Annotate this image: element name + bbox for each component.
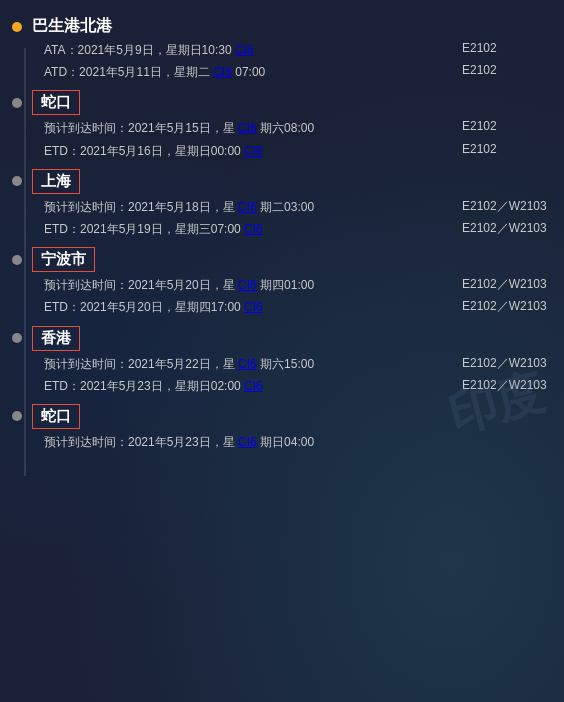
etd-text-shekou1: ETD：2021年5月16日，星期日00:00 CI6 <box>44 142 452 161</box>
eta-row-shekou1: 预计到达时间：2021年5月15日，星 CI6 期六08:00 E2102 <box>44 119 552 138</box>
port-header-shekou1: 蛇口 <box>12 90 552 115</box>
eta-voyage-shekou1: E2102 <box>452 119 552 133</box>
port-entry-shekou2: 蛇口 预计到达时间：2021年5月23日，星 CI6 期日04:00 <box>12 404 552 452</box>
etd-ci6-link-shanghai[interactable]: CI6 <box>244 222 263 236</box>
etd-text-hongkong: ETD：2021年5月23日，星期日02:00 CI6 <box>44 377 452 396</box>
port-name-box-shekou2: 蛇口 <box>32 404 80 429</box>
atd-voyage: E2102 <box>452 63 552 77</box>
eta-ci6-link-hongkong[interactable]: CI6 <box>238 357 257 371</box>
etd-voyage-ningbo: E2102／W2103 <box>452 298 552 315</box>
dot-bsgang <box>12 22 22 32</box>
port-details-shanghai: 预计到达时间：2021年5月18日，星 CI6 期二03:00 E2102／W2… <box>32 198 552 239</box>
eta-row-shekou2: 预计到达时间：2021年5月23日，星 CI6 期日04:00 <box>44 433 552 452</box>
port-name-shanghai: 上海 <box>41 172 71 189</box>
port-header-bsgang: 巴生港北港 <box>12 16 552 37</box>
dot-shekou1 <box>12 98 22 108</box>
ata-row: ATA：2021年5月9日，星期日10:30 CI6 E2102 <box>44 41 552 60</box>
eta-text-shekou2: 预计到达时间：2021年5月23日，星 CI6 期日04:00 <box>44 433 452 452</box>
port-name-shekou2: 蛇口 <box>41 407 71 424</box>
eta-voyage-shanghai: E2102／W2103 <box>452 198 552 215</box>
atd-row: ATD：2021年5月11日，星期二 CI6 07:00 E2102 <box>44 63 552 82</box>
port-header-shanghai: 上海 <box>12 169 552 194</box>
eta-voyage-hongkong: E2102／W2103 <box>452 355 552 372</box>
eta-ci6-link-shekou2[interactable]: CI6 <box>238 435 257 449</box>
eta-row-hongkong: 预计到达时间：2021年5月22日，星 CI6 期六15:00 E2102／W2… <box>44 355 552 374</box>
etd-row-hongkong: ETD：2021年5月23日，星期日02:00 CI6 E2102／W2103 <box>44 377 552 396</box>
etd-row-shanghai: ETD：2021年5月19日，星期三07:00 CI6 E2102／W2103 <box>44 220 552 239</box>
eta-row-shanghai: 预计到达时间：2021年5月18日，星 CI6 期二03:00 E2102／W2… <box>44 198 552 217</box>
port-header-ningbo: 宁波市 <box>12 247 552 272</box>
port-details-bsgang: ATA：2021年5月9日，星期日10:30 CI6 E2102 ATD：202… <box>32 41 552 82</box>
port-entry-ningbo: 宁波市 预计到达时间：2021年5月20日，星 CI6 期四01:00 E210… <box>12 247 552 317</box>
etd-voyage-hongkong: E2102／W2103 <box>452 377 552 394</box>
eta-voyage-ningbo: E2102／W2103 <box>452 276 552 293</box>
port-header-shekou2: 蛇口 <box>12 404 552 429</box>
etd-ci6-link-shekou1[interactable]: CI6 <box>244 144 263 158</box>
dot-hongkong <box>12 333 22 343</box>
eta-row-ningbo: 预计到达时间：2021年5月20日，星 CI6 期四01:00 E2102／W2… <box>44 276 552 295</box>
dot-shekou2 <box>12 411 22 421</box>
port-details-shekou1: 预计到达时间：2021年5月15日，星 CI6 期六08:00 E2102 ET… <box>32 119 552 160</box>
port-name-box-shekou1: 蛇口 <box>32 90 80 115</box>
port-details-shekou2: 预计到达时间：2021年5月23日，星 CI6 期日04:00 <box>32 433 552 452</box>
eta-text-ningbo: 预计到达时间：2021年5月20日，星 CI6 期四01:00 <box>44 276 452 295</box>
port-name-hongkong: 香港 <box>41 329 71 346</box>
ata-ci6-link[interactable]: CI6 <box>235 43 254 57</box>
port-name-bsgang: 巴生港北港 <box>32 16 112 37</box>
dot-shanghai <box>12 176 22 186</box>
etd-row-shekou1: ETD：2021年5月16日，星期日00:00 CI6 E2102 <box>44 142 552 161</box>
port-details-ningbo: 预计到达时间：2021年5月20日，星 CI6 期四01:00 E2102／W2… <box>32 276 552 317</box>
eta-ci6-link-shekou1[interactable]: CI6 <box>238 121 257 135</box>
port-entry-shekou1: 蛇口 预计到达时间：2021年5月15日，星 CI6 期六08:00 E2102… <box>12 90 552 160</box>
eta-text-shanghai: 预计到达时间：2021年5月18日，星 CI6 期二03:00 <box>44 198 452 217</box>
dot-ningbo <box>12 255 22 265</box>
ata-voyage: E2102 <box>452 41 552 55</box>
etd-text-ningbo: ETD：2021年5月20日，星期四17:00 CI6 <box>44 298 452 317</box>
port-name-box-ningbo: 宁波市 <box>32 247 95 272</box>
etd-row-ningbo: ETD：2021年5月20日，星期四17:00 CI6 E2102／W2103 <box>44 298 552 317</box>
port-name-box-hongkong: 香港 <box>32 326 80 351</box>
etd-ci6-link-ningbo[interactable]: CI6 <box>244 300 263 314</box>
eta-ci6-link-ningbo[interactable]: CI6 <box>238 278 257 292</box>
port-name-box-shanghai: 上海 <box>32 169 80 194</box>
port-name-shekou1: 蛇口 <box>41 93 71 110</box>
port-entry-bsgang: 巴生港北港 ATA：2021年5月9日，星期日10:30 CI6 E2102 A… <box>12 16 552 82</box>
eta-ci6-link-shanghai[interactable]: CI6 <box>238 200 257 214</box>
port-entry-shanghai: 上海 预计到达时间：2021年5月18日，星 CI6 期二03:00 E2102… <box>12 169 552 239</box>
atd-text: ATD：2021年5月11日，星期二 CI6 07:00 <box>44 63 452 82</box>
atd-ci6-link[interactable]: CI6 <box>213 65 232 79</box>
ata-text: ATA：2021年5月9日，星期日10:30 CI6 <box>44 41 452 60</box>
port-details-hongkong: 预计到达时间：2021年5月22日，星 CI6 期六15:00 E2102／W2… <box>32 355 552 396</box>
port-name-ningbo: 宁波市 <box>41 250 86 267</box>
eta-text-shekou1: 预计到达时间：2021年5月15日，星 CI6 期六08:00 <box>44 119 452 138</box>
etd-voyage-shekou1: E2102 <box>452 142 552 156</box>
etd-voyage-shanghai: E2102／W2103 <box>452 220 552 237</box>
port-entry-hongkong: 香港 预计到达时间：2021年5月22日，星 CI6 期六15:00 E2102… <box>12 326 552 396</box>
etd-text-shanghai: ETD：2021年5月19日，星期三07:00 CI6 <box>44 220 452 239</box>
etd-ci6-link-hongkong[interactable]: CI6 <box>244 379 263 393</box>
eta-text-hongkong: 预计到达时间：2021年5月22日，星 CI6 期六15:00 <box>44 355 452 374</box>
port-header-hongkong: 香港 <box>12 326 552 351</box>
